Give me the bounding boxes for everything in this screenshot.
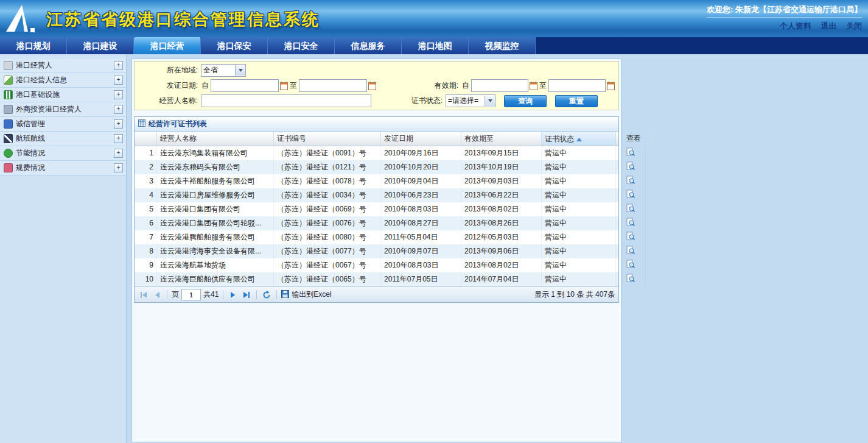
table-row[interactable]: 7 连云港港腾船舶服务有限公司 （苏连）港经证（0080）号 2011年05月0… [135, 230, 618, 244]
sidebar-item-label: 节能情况 [16, 148, 114, 158]
table-row[interactable]: 6 连云港港口集团有限公司轮驳... （苏连）港经证（0076）号 2010年0… [135, 216, 618, 230]
cell-operator-name: 连云港东粮码头有限公司 [157, 160, 274, 174]
nav-tab-port-safety[interactable]: 港口安全 [268, 37, 335, 54]
table-row[interactable]: 1 连云港东鸿集装箱有限公司 （苏连）港经证（0091）号 2010年09月16… [135, 146, 618, 160]
validity-to-input[interactable] [548, 79, 606, 92]
view-button[interactable] [616, 202, 646, 216]
close-link[interactable]: 关闭 [846, 21, 862, 30]
view-button[interactable] [616, 174, 646, 188]
nav-tab-info-service[interactable]: 信息服务 [335, 37, 402, 54]
calendar-icon[interactable] [280, 82, 288, 90]
cell-status: 营运中 [542, 146, 616, 160]
view-button[interactable] [616, 216, 646, 230]
operator-name-input[interactable] [201, 94, 371, 107]
nav-tab-port-security[interactable]: 港口保安 [201, 37, 268, 54]
table-row[interactable]: 8 连云港港湾海事安全设备有限... （苏连）港经证（0077）号 2010年0… [135, 244, 618, 258]
person-icon [4, 105, 13, 114]
table-row[interactable]: 9 连云港海航基地货场 （苏连）港经证（0067）号 2010年08月03日 2… [135, 258, 618, 272]
column-header-index [135, 132, 157, 146]
cell-valid-until: 2013年08月02日 [461, 202, 542, 216]
page-input[interactable] [181, 289, 201, 300]
logout-link[interactable]: 退出 [821, 21, 836, 30]
sidebar-item-operator-info[interactable]: 港口经营人信息 + [0, 73, 126, 88]
expand-button[interactable]: + [114, 76, 123, 85]
first-page-button[interactable] [138, 289, 149, 300]
sidebar-item-energy-saving[interactable]: 节能情况 + [0, 146, 126, 161]
profile-link[interactable]: 个人资料 [780, 21, 811, 30]
reset-button[interactable]: 重置 [555, 95, 598, 107]
sidebar-item-foreign-investment-operators[interactable]: 外商投资港口经营人 + [0, 102, 126, 117]
next-page-button[interactable] [228, 289, 239, 300]
nav-tab-video-monitor[interactable]: 视频监控 [469, 37, 536, 54]
nav-tab-port-operation[interactable]: 港口经营 [134, 37, 201, 54]
view-button[interactable] [616, 188, 646, 202]
magnifier-icon [626, 231, 635, 244]
column-header-issue-date[interactable]: 发证日期 [381, 132, 461, 146]
column-header-status[interactable]: 证书状态 [542, 132, 616, 146]
view-button[interactable] [616, 146, 646, 160]
cell-index: 8 [135, 244, 157, 258]
last-page-button[interactable] [241, 289, 252, 300]
cell-status: 营运中 [542, 160, 616, 174]
view-button[interactable] [616, 272, 646, 286]
main-panel: 所在地域: 全省 发证日期: 自 至 [131, 58, 621, 442]
cell-index: 9 [135, 258, 157, 272]
expand-button[interactable]: + [114, 90, 123, 99]
export-excel-button[interactable]: 输出到Excel [281, 289, 331, 300]
view-button[interactable] [616, 160, 646, 174]
validity-label: 有效期: [422, 80, 461, 91]
expand-button[interactable]: + [114, 134, 123, 143]
sidebar-item-label: 港口经营人信息 [16, 75, 114, 85]
cell-operator-name: 连云港东鸿集装箱有限公司 [157, 146, 274, 160]
dropdown-arrow-icon [485, 96, 495, 106]
validity-from-input[interactable] [471, 79, 528, 92]
query-button[interactable]: 查询 [504, 95, 547, 107]
region-select[interactable]: 全省 [201, 64, 246, 77]
sidebar-item-label: 外商投资港口经营人 [16, 104, 114, 115]
sidebar-item-shipping-routes[interactable]: 航班航线 + [0, 132, 126, 146]
table-row[interactable]: 5 连云港港口集团有限公司 （苏连）港经证（0069）号 2010年08月03日… [135, 202, 618, 216]
sidebar-item-port-infrastructure[interactable]: 港口基础设施 + [0, 88, 126, 102]
energy-icon [4, 149, 13, 158]
calendar-icon[interactable] [530, 82, 537, 90]
magnifier-icon [626, 245, 635, 258]
cell-index: 1 [135, 146, 157, 160]
table-row[interactable]: 10 连云港海巨船舶供应有限公司 （苏连）港经证（0065）号 2011年07月… [135, 272, 618, 286]
expand-button[interactable]: + [114, 119, 123, 129]
cell-issue-date: 2010年09月16日 [381, 146, 461, 160]
grid-title-bar: 经营许可证书列表 [135, 117, 618, 132]
view-button[interactable] [616, 244, 646, 258]
table-row[interactable]: 3 连云港丰裕船舶服务有限公司 （苏连）港经证（0078）号 2010年09月0… [135, 174, 618, 188]
issue-date-from-input[interactable] [211, 79, 279, 92]
view-button[interactable] [616, 258, 646, 272]
sidebar-item-credit-management[interactable]: 诚信管理 + [0, 117, 126, 132]
cert-status-select[interactable]: =请选择= [446, 94, 495, 107]
cell-operator-name: 连云港港腾船舶服务有限公司 [157, 230, 274, 244]
prev-page-button[interactable] [152, 289, 163, 300]
issue-date-to-input[interactable] [299, 79, 367, 92]
cell-cert-no: （苏连）港经证（0080）号 [274, 230, 381, 244]
column-header-cert-no[interactable]: 证书编号 [274, 132, 381, 146]
expand-button[interactable]: + [114, 163, 123, 172]
sidebar-item-fees[interactable]: 规费情况 + [0, 161, 126, 175]
expand-button[interactable]: + [114, 61, 123, 70]
magnifier-icon [626, 189, 635, 202]
nav-tab-port-construction[interactable]: 港口建设 [67, 37, 134, 54]
sidebar-item-port-operators[interactable]: 港口经营人 + [0, 58, 126, 73]
expand-button[interactable]: + [114, 149, 123, 158]
column-header-name[interactable]: 经营人名称 [157, 132, 274, 146]
refresh-button[interactable] [261, 289, 272, 300]
table-row[interactable]: 4 连云港港口房屋维修服务公司 （苏连）港经证（0034）号 2010年06月2… [135, 188, 618, 202]
column-header-valid-until[interactable]: 有效期至 [461, 132, 542, 146]
view-button[interactable] [616, 230, 646, 244]
calendar-icon[interactable] [368, 82, 376, 90]
cell-valid-until: 2014年07月04日 [461, 272, 542, 286]
table-row[interactable]: 2 连云港东粮码头有限公司 （苏连）港经证（0121）号 2010年10月20日… [135, 160, 618, 174]
nav-tab-port-planning[interactable]: 港口规划 [0, 37, 67, 54]
calendar-icon[interactable] [607, 82, 615, 90]
cell-filler [646, 160, 652, 174]
expand-button[interactable]: + [114, 105, 123, 114]
cell-cert-no: （苏连）港经证（0091）号 [274, 146, 381, 160]
nav-tab-port-map[interactable]: 港口地图 [402, 37, 469, 54]
cell-status: 营运中 [542, 230, 616, 244]
